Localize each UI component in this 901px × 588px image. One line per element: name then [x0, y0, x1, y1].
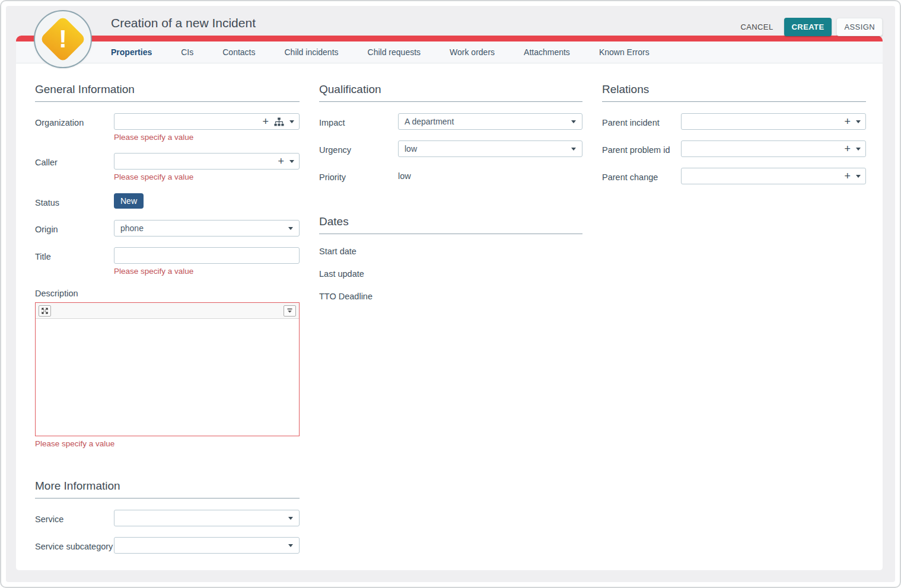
title-label: Title	[35, 247, 114, 276]
column-qualification: Qualification Impact A department Urgenc…	[319, 63, 582, 301]
column-relations: Relations Parent incident +	[602, 63, 866, 184]
last-update-label: Last update	[319, 269, 582, 279]
field-row-caller: Caller + Please specify a value	[35, 153, 300, 181]
chevron-down-icon[interactable]	[289, 160, 294, 163]
cancel-button[interactable]: CANCEL	[734, 18, 779, 36]
plus-icon[interactable]: +	[844, 116, 851, 127]
parent-change-label: Parent change	[602, 168, 681, 184]
section-title-more-info: More Information	[35, 480, 300, 498]
parent-incident-lookup-icons: +	[844, 113, 861, 130]
chevron-down-icon[interactable]	[856, 175, 861, 178]
field-row-impact: Impact A department	[319, 113, 582, 130]
caller-lookup: +	[114, 153, 300, 170]
description-error: Please specify a value	[35, 439, 300, 448]
organization-lookup: +	[114, 113, 300, 130]
parent-problem-lookup: +	[681, 140, 866, 157]
field-row-urgency: Urgency low	[319, 140, 582, 157]
parent-change-lookup: +	[681, 168, 866, 184]
parent-problem-label: Parent problem id	[602, 140, 681, 157]
parent-incident-input[interactable]	[681, 113, 866, 130]
collapse-toolbar-icon[interactable]	[284, 305, 296, 317]
field-row-parent-change: Parent change +	[602, 168, 866, 184]
form-content: General Information Organization +	[16, 63, 883, 570]
service-subcategory-select[interactable]	[114, 537, 300, 554]
incident-warning-icon: !	[34, 10, 92, 68]
tto-deadline-label: TTO Deadline	[319, 292, 582, 301]
caller-input[interactable]	[114, 153, 300, 170]
field-row-service: Service	[35, 510, 300, 526]
section-title-dates: Dates	[319, 215, 582, 234]
tab-properties[interactable]: Properties	[111, 47, 152, 57]
urgency-select[interactable]: low	[398, 140, 582, 157]
origin-selected-value: phone	[120, 223, 144, 233]
page-title: Creation of a new Incident	[111, 16, 256, 30]
parent-incident-lookup: +	[681, 113, 866, 130]
plus-icon[interactable]: +	[844, 171, 851, 181]
urgency-selected-value: low	[405, 144, 417, 154]
chevron-down-icon	[571, 148, 576, 151]
chevron-down-icon[interactable]	[856, 120, 861, 123]
service-subcategory-label: Service subcategory	[35, 537, 114, 554]
tab-cis[interactable]: CIs	[181, 47, 193, 57]
section-title-qualification: Qualification	[319, 83, 582, 102]
chevron-down-icon[interactable]	[289, 120, 294, 123]
field-row-parent-incident: Parent incident +	[602, 113, 866, 130]
impact-select[interactable]: A department	[398, 113, 582, 130]
tab-child-requests[interactable]: Child requests	[368, 47, 421, 57]
field-row-organization: Organization +	[35, 113, 300, 142]
tab-contacts[interactable]: Contacts	[222, 47, 255, 57]
field-row-title: Title Please specify a value	[35, 247, 300, 276]
plus-icon[interactable]: +	[844, 143, 851, 154]
field-row-priority: Priority low	[319, 168, 582, 184]
start-date-label: Start date	[319, 247, 582, 256]
header-actions: CANCEL CREATE ASSIGN	[734, 18, 883, 36]
exclamation-icon: !	[35, 11, 91, 67]
plus-icon[interactable]: +	[262, 116, 269, 127]
urgency-label: Urgency	[319, 140, 398, 157]
column-general: General Information Organization +	[35, 63, 300, 554]
caller-error: Please specify a value	[114, 172, 300, 181]
description-label: Description	[35, 289, 300, 298]
caller-lookup-icons: +	[278, 153, 294, 170]
hierarchy-icon[interactable]	[274, 117, 284, 126]
chevron-down-icon	[288, 227, 293, 230]
description-input[interactable]	[36, 319, 299, 436]
impact-label: Impact	[319, 113, 398, 130]
impact-selected-value: A department	[405, 117, 454, 126]
organization-label: Organization	[35, 113, 114, 142]
description-editor	[35, 302, 300, 436]
plus-icon[interactable]: +	[278, 156, 284, 167]
parent-change-lookup-icons: +	[844, 168, 861, 184]
assign-button[interactable]: ASSIGN	[836, 18, 883, 36]
organization-error: Please specify a value	[114, 133, 300, 142]
section-title-general: General Information	[35, 83, 300, 102]
chevron-down-icon	[288, 517, 293, 520]
card-accent-bar	[16, 36, 883, 41]
tab-child-incidents[interactable]: Child incidents	[285, 47, 339, 57]
chevron-down-icon	[571, 120, 576, 123]
service-select[interactable]	[114, 510, 300, 526]
create-button[interactable]: CREATE	[784, 18, 832, 36]
parent-problem-input[interactable]	[681, 140, 866, 157]
status-label: Status	[35, 193, 114, 209]
parent-change-input[interactable]	[681, 168, 866, 184]
section-title-relations: Relations	[602, 83, 866, 102]
app-window: ! Creation of a new Incident CANCEL CREA…	[0, 0, 901, 588]
service-label: Service	[35, 510, 114, 526]
tab-known-errors[interactable]: Known Errors	[599, 47, 650, 57]
tab-work-orders[interactable]: Work orders	[450, 47, 495, 57]
origin-label: Origin	[35, 220, 114, 237]
maximize-icon[interactable]	[39, 305, 51, 317]
tab-attachments[interactable]: Attachments	[524, 47, 570, 57]
priority-value: low	[398, 168, 582, 181]
title-input[interactable]	[114, 247, 300, 264]
parent-problem-lookup-icons: +	[844, 140, 861, 157]
field-row-status: Status New	[35, 193, 300, 209]
tab-bar: Properties CIs Contacts Child incidents …	[16, 41, 883, 63]
origin-select[interactable]: phone	[114, 220, 300, 237]
field-row-parent-problem: Parent problem id +	[602, 140, 866, 157]
field-row-service-subcategory: Service subcategory	[35, 537, 300, 554]
status-badge: New	[114, 193, 144, 209]
chevron-down-icon[interactable]	[856, 148, 861, 151]
priority-label: Priority	[319, 168, 398, 184]
